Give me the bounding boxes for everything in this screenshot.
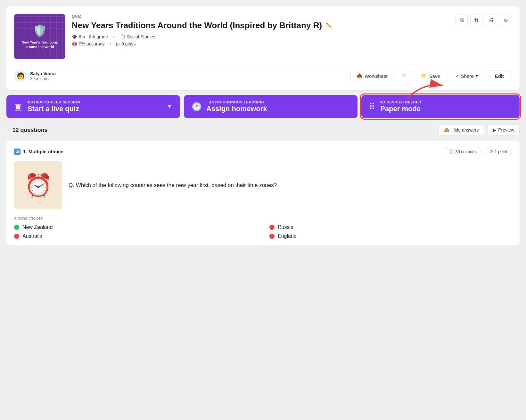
question-body: ⏰ Q. Which of the following countries se… [14, 161, 512, 209]
save-icon: 📁 [421, 73, 427, 79]
avatar: 🧑 [14, 69, 27, 82]
share-icon: ↗ [455, 73, 459, 79]
time-badge: 🕐 30 seconds [444, 147, 481, 156]
incorrect-dot-2 [14, 234, 19, 239]
answer-choices-grid: New Zealand Russia Australia England [14, 224, 512, 239]
live-quiz-icon: ▣ [14, 102, 22, 112]
hide-icon: 🙈 [444, 127, 449, 133]
header-actions: 📥 Worksheet ♡ 📁 Save ↗ Share ▾ Edit [350, 70, 512, 82]
questions-actions: 🙈 Hide answers ▶ Preview [439, 125, 520, 135]
print-button[interactable]: 🖨 [485, 14, 497, 26]
worksheet-icon: 📥 [357, 73, 363, 79]
choice-russia: Russia [269, 224, 512, 230]
settings-button[interactable]: ⚙ [500, 14, 512, 26]
points-badge: ⊙ 1 point [485, 147, 512, 156]
answer-choices-label: answer choices [14, 216, 512, 221]
copy-button[interactable]: ⧉ [456, 14, 468, 26]
thumbnail-text: New Year's Traditions around the world [14, 40, 65, 49]
check-circle-icon: ⊙ [489, 149, 493, 154]
share-dropdown-icon: ▾ [476, 73, 478, 79]
author-time: 39 minutes [30, 76, 56, 81]
quiz-type-label: QUIZ [72, 14, 449, 19]
save-button[interactable]: 📁 Save [415, 70, 446, 82]
choice-australia: Australia [14, 233, 257, 239]
worksheet-button[interactable]: 📥 Worksheet [350, 70, 393, 82]
question-type-label: ☑ 1. Multiple-choice [14, 149, 63, 155]
questions-count: ≡ 12 questions [6, 127, 48, 133]
delete-button[interactable]: 🗑 [470, 14, 482, 26]
choice-england: England [269, 233, 512, 239]
questions-section: ≡ 12 questions 🙈 Hide answers ▶ Preview … [6, 125, 520, 246]
question-card-1: ☑ 1. Multiple-choice 🕐 30 seconds ⊙ 1 po… [6, 141, 520, 246]
share-button[interactable]: ↗ Share ▾ [449, 70, 484, 82]
paper-mode-wrapper: ⠿ NO DEVICES NEEDED Paper mode [361, 95, 520, 118]
question-text-wrapper: Q. Which of the following countries sees… [69, 161, 512, 209]
questions-count-icon: ≡ [6, 127, 10, 133]
question-meta-badges: 🕐 30 seconds ⊙ 1 point [444, 147, 512, 156]
quiz-stats: 🎯 0% accuracy • ▷ 0 plays [72, 41, 449, 46]
edit-button[interactable]: Edit [487, 70, 512, 82]
incorrect-dot-3 [269, 234, 275, 239]
title-edit-button[interactable]: ✏️ [325, 22, 333, 29]
assign-homework-button[interactable]: 🕐 ASYNCHRONOUS LEARNING Assign homework [184, 95, 358, 118]
top-right-actions: ⧉ 🗑 🖨 ⚙ [456, 14, 512, 26]
preview-button[interactable]: ▶ Preview [487, 125, 520, 135]
multiple-choice-icon: ☑ [14, 149, 21, 155]
session-buttons-container: ▣ INSTRUCTOR-LED SESSION Start a live qu… [6, 95, 520, 118]
questions-header: ≡ 12 questions 🙈 Hide answers ▶ Preview [6, 125, 520, 135]
paper-mode-icon: ⠿ [369, 102, 375, 112]
header-bottom: 🧑 Satya Voora 39 minutes 📥 Worksheet ♡ 📁… [14, 64, 512, 82]
grade-meta: 🎓 6th - 8th grade [72, 34, 108, 39]
plays-stat: ▷ 0 plays [116, 41, 136, 46]
question-text: Q. Which of the following countries sees… [69, 181, 277, 190]
heart-icon: ♡ [402, 73, 406, 79]
clock-icon: 🕐 [448, 149, 454, 154]
favorite-button[interactable]: ♡ [396, 70, 412, 82]
quiz-info: QUIZ New Years Traditions Around the Wor… [72, 14, 449, 46]
quiz-header: 🛡️ New Year's Traditions around the worl… [14, 14, 512, 59]
correct-dot [14, 225, 19, 230]
hide-answers-button[interactable]: 🙈 Hide answers [439, 125, 484, 135]
author-info: 🧑 Satya Voora 39 minutes [14, 69, 56, 82]
question-header: ☑ 1. Multiple-choice 🕐 30 seconds ⊙ 1 po… [14, 147, 512, 156]
quiz-meta: 🎓 6th - 8th grade • 📋 Social Studies [72, 34, 449, 39]
live-dropdown-icon: ▼ [167, 103, 172, 110]
thumbnail-icon: 🛡️ [33, 24, 47, 37]
author-name: Satya Voora [30, 71, 56, 76]
paper-mode-button[interactable]: ⠿ NO DEVICES NEEDED Paper mode [361, 95, 520, 118]
question-image: ⏰ [14, 161, 62, 209]
preview-icon: ▶ [493, 127, 496, 133]
live-quiz-button[interactable]: ▣ INSTRUCTOR-LED SESSION Start a live qu… [6, 95, 180, 118]
homework-icon: 🕐 [192, 102, 202, 112]
accuracy-stat: 🎯 0% accuracy [72, 41, 104, 46]
choice-new-zealand: New Zealand [14, 224, 257, 230]
quiz-thumbnail: 🛡️ New Year's Traditions around the worl… [14, 14, 65, 59]
incorrect-dot [269, 225, 275, 230]
quiz-title: New Years Traditions Around the World (I… [72, 20, 449, 30]
quiz-info-card: 🛡️ New Year's Traditions around the worl… [6, 6, 520, 90]
subject-meta: 📋 Social Studies [120, 34, 155, 39]
